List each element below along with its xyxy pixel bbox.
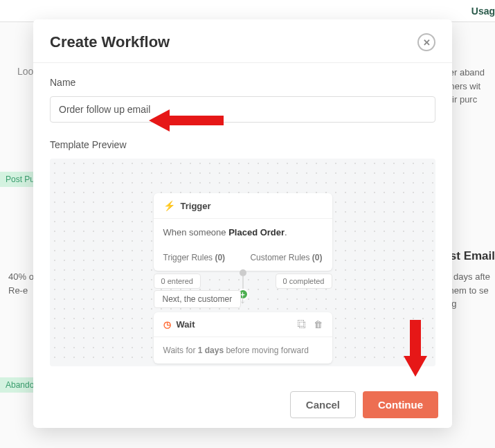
name-label: Name xyxy=(50,77,435,88)
trash-icon[interactable]: 🗑 xyxy=(314,319,323,330)
clock-icon: ◷ xyxy=(163,319,171,330)
trigger-card[interactable]: ⚡ Trigger When someone Placed Order. Tri… xyxy=(154,193,332,271)
wait-body-duration: 1 days xyxy=(198,346,224,355)
trigger-card-header: ⚡ Trigger xyxy=(154,193,332,219)
wait-card-header: ◷ Wait ⿻ 🗑 xyxy=(154,312,332,337)
trigger-header-text: Trigger xyxy=(181,201,211,211)
bg-text-left: Loo xyxy=(17,66,33,77)
wait-header-text: Wait xyxy=(177,319,195,330)
modal-footer: Cancel Continue xyxy=(33,382,452,428)
modal-header: Create Workflow ✕ xyxy=(33,19,452,63)
bg-heading-right: st Email xyxy=(450,249,495,263)
trigger-card-footer: Trigger Rules (0) Customer Rules (0) xyxy=(154,246,332,271)
customer-rules: Customer Rules (0) xyxy=(250,253,322,262)
workflow-name-input[interactable] xyxy=(50,96,435,123)
trigger-rules-label: Trigger Rules xyxy=(163,253,213,262)
close-button[interactable]: ✕ xyxy=(417,33,435,51)
trigger-rules-count: (0) xyxy=(215,253,225,262)
bolt-icon: ⚡ xyxy=(163,200,175,211)
trigger-body-action: Placed Order xyxy=(228,227,285,238)
connector-line xyxy=(242,276,244,289)
wait-card-actions: ⿻ 🗑 xyxy=(298,319,323,330)
trigger-rules: Trigger Rules (0) xyxy=(163,253,226,262)
trigger-card-body: When someone Placed Order. xyxy=(154,219,332,246)
customer-rules-label: Customer Rules xyxy=(250,253,309,262)
completed-pill: 0 completed xyxy=(276,274,332,289)
cancel-button[interactable]: Cancel xyxy=(290,391,356,418)
next-row: ↓ Next, the customer xyxy=(154,290,332,308)
stats-row: + 0 entered 0 completed xyxy=(154,274,332,289)
copy-icon[interactable]: ⿻ xyxy=(298,319,307,330)
wait-card[interactable]: ◷ Wait ⿻ 🗑 Waits for 1 days before movin… xyxy=(154,312,332,364)
usage-nav: Usag xyxy=(471,6,495,17)
trigger-body-prefix: When someone xyxy=(163,227,229,238)
customer-rules-count: (0) xyxy=(312,253,323,262)
create-workflow-modal: Create Workflow ✕ Name Template Preview … xyxy=(33,19,452,428)
preview-label: Template Preview xyxy=(50,139,435,150)
connector-dot xyxy=(240,269,246,276)
close-icon: ✕ xyxy=(423,37,431,48)
next-customer-label: Next, the customer xyxy=(154,290,242,308)
wait-body-suffix: before moving forward xyxy=(224,346,309,355)
bg-desc-right: v days afte them to se ng xyxy=(447,270,495,311)
modal-body: Name Template Preview ⚡ Trigger When som… xyxy=(33,63,452,382)
wait-body-prefix: Waits for xyxy=(163,346,198,355)
wait-card-body: Waits for 1 days before moving forward xyxy=(154,337,332,364)
continue-button[interactable]: Continue xyxy=(363,391,438,418)
modal-title: Create Workflow xyxy=(50,33,170,51)
entered-pill: 0 entered xyxy=(154,274,201,289)
template-preview-pane: ⚡ Trigger When someone Placed Order. Tri… xyxy=(50,159,435,366)
arrow-down-icon: ↓ xyxy=(240,292,246,307)
